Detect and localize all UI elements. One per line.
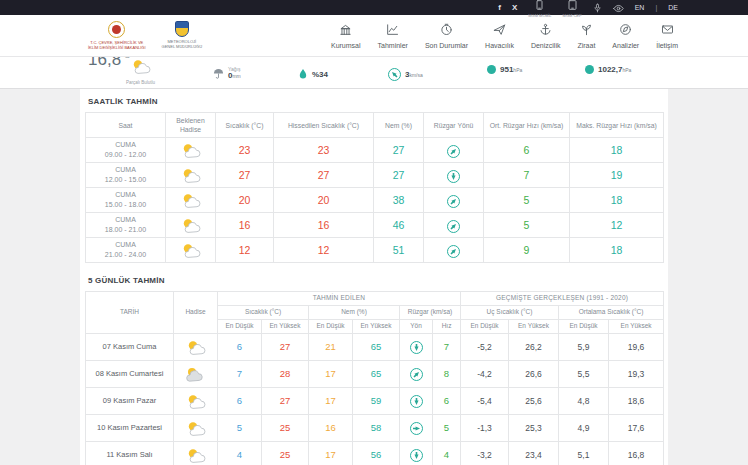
daily-cell-extreme-max: 26,6 <box>509 360 559 387</box>
daily-cell-wind-direction <box>400 441 433 465</box>
hourly-cell-feels-like: 16 <box>274 213 374 238</box>
daily-cell-temp-min: 5 <box>218 414 262 441</box>
nav-item-i-leti-im[interactable]: İletişim <box>656 22 678 49</box>
twitter-link[interactable]: X <box>512 4 517 12</box>
hourly-cell-wind-direction <box>424 238 484 263</box>
daily-row: 11 Kasım Salı42517564-3,223,45,116,8 <box>86 441 664 465</box>
mgm-cep-link[interactable]: MGM CEP <box>563 0 582 18</box>
daily-cell-humidity-min: 17 <box>309 441 353 465</box>
daily-cell-wind-speed: 8 <box>433 360 461 387</box>
hourly-cell-avg-wind: 5 <box>484 188 570 213</box>
hourly-cell-feels-like: 27 <box>274 163 374 188</box>
hourly-cell-condition <box>166 238 216 263</box>
building-icon <box>339 22 352 40</box>
hourly-cell-condition <box>166 188 216 213</box>
current-condition-label: Parçalı Bulutlu <box>126 80 155 85</box>
hourly-row: CUMA09.00 - 12.00232327618 <box>86 138 664 163</box>
wind-direction-icon <box>410 422 423 435</box>
ministry-logo-caption: T.C. ÇEVRE, ŞEHİRCİLİK VE İKLİM DEĞİŞİKL… <box>88 40 146 50</box>
nav-item-kurumsal[interactable]: Kurumsal <box>331 22 361 49</box>
daily-minmax-header: En Düşük <box>559 319 609 333</box>
hourly-cell-condition <box>166 213 216 238</box>
daily-cell-avg-max: 18,6 <box>609 387 664 414</box>
nav-item-label: Ziraat <box>577 42 595 49</box>
hourly-cell-feels-like: 20 <box>274 188 374 213</box>
daily-cell-temp-max: 25 <box>262 441 309 465</box>
daily-cell-temp-max: 27 <box>262 333 309 360</box>
nav-item-denizcilik[interactable]: Denizcilik <box>531 22 561 49</box>
lang-de-link[interactable]: DE <box>668 4 678 11</box>
hourly-cell-avg-wind: 9 <box>484 238 570 263</box>
nav-item-label: Denizcilik <box>531 42 561 49</box>
hourly-cell-temp: 12 <box>216 238 274 263</box>
daily-cell-avg-max: 19,3 <box>609 360 664 387</box>
hourly-cell-temp: 20 <box>216 188 274 213</box>
daily-cell-avg-max: 17,6 <box>609 414 664 441</box>
daily-cell-wind-direction <box>400 414 433 441</box>
hourly-cell-time: CUMA12.00 - 15.00 <box>86 163 166 188</box>
lang-separator: | <box>655 4 657 11</box>
nav-item-havac-l-k[interactable]: Havacılık <box>485 22 514 49</box>
wind-direction-icon <box>447 145 460 158</box>
nav-item-analizler[interactable]: Analizler <box>612 22 639 49</box>
partly-cloudy-icon <box>184 420 208 437</box>
daily-group-forecast-header: TAHMİN EDİLEN <box>218 292 461 306</box>
current-temp-value: 16,8 <box>88 57 121 69</box>
anchor-icon <box>539 22 552 40</box>
wind-direction-icon <box>410 395 423 408</box>
daily-cell-extreme-min: -5,2 <box>461 333 509 360</box>
mgm-mobil-link[interactable]: MGM MOBİL <box>528 0 551 18</box>
nav-item-tahminler[interactable]: Tahminler <box>378 22 408 49</box>
daily-cell-humidity-min: 21 <box>309 333 353 360</box>
daily-cell-condition <box>174 414 218 441</box>
daily-minmax-header: En Düşük <box>218 319 262 333</box>
mgm-logo[interactable]: METEOROLOJİ GENEL MÜDÜRLÜĞÜ <box>162 21 203 49</box>
nav-item-label: Analizler <box>612 42 639 49</box>
microphone-icon[interactable] <box>593 0 602 17</box>
hourly-cell-humidity: 38 <box>374 188 424 213</box>
partly-cloudy-icon <box>179 192 203 209</box>
ministry-logo[interactable]: T.C. ÇEVRE, ŞEHİRCİLİK VE İKLİM DEĞİŞİKL… <box>88 21 146 50</box>
daily-cell-wind-speed: 5 <box>433 414 461 441</box>
wind-direction-icon <box>447 170 460 183</box>
daily-cell-wind-speed: 7 <box>433 333 461 360</box>
hourly-column-header: Sıcaklık (°C) <box>216 113 274 138</box>
nav-item-son-durumlar[interactable]: Son Durumlar <box>425 22 468 49</box>
daily-cell-extreme-max: 25,3 <box>509 414 559 441</box>
daily-group-past-header: GEÇMİŞTE GERÇEKLEŞEN (1991 - 2020) <box>461 292 664 306</box>
daily-cell-date: 08 Kasım Cumartesi <box>86 360 174 387</box>
wind-direction-icon <box>447 245 460 258</box>
hourly-cell-humidity: 51 <box>374 238 424 263</box>
daily-cell-extreme-max: 25,6 <box>509 387 559 414</box>
daily-cell-avg-max: 16,8 <box>609 441 664 465</box>
daily-cell-extreme-min: -3,2 <box>461 441 509 465</box>
hourly-cell-humidity: 27 <box>374 138 424 163</box>
hourly-cell-temp: 16 <box>216 213 274 238</box>
daily-row: 08 Kasım Cumartesi72817658-4,226,65,519,… <box>86 360 664 387</box>
mgm-shield-icon <box>175 21 189 37</box>
lang-en-link[interactable]: EN <box>635 4 645 11</box>
hourly-column-header: Hissedilen Sıcaklık (°C) <box>274 113 374 138</box>
daily-cell-humidity-min: 17 <box>309 360 353 387</box>
hourly-column-header: Ort. Rüzgar Hızı (km/sa) <box>484 113 570 138</box>
mail-icon <box>661 22 674 40</box>
sea-level-pressure-unit: hPa <box>622 67 631 73</box>
hourly-forecast-table: SaatBeklenen HadiseSıcaklık (°C)Hissedil… <box>85 112 664 263</box>
hourly-column-header: Nem (%) <box>374 113 424 138</box>
nav-item-ziraat[interactable]: Ziraat <box>577 22 595 49</box>
daily-minmax-header: En Yüksek <box>353 319 400 333</box>
daily-cell-wind-speed: 6 <box>433 387 461 414</box>
mgm-mobil-label: MGM MOBİL <box>528 14 551 18</box>
daily-cell-avg-min: 5,5 <box>559 360 609 387</box>
daily-cell-date: 11 Kasım Salı <box>86 441 174 465</box>
daily-cell-temp-min: 4 <box>218 441 262 465</box>
mgm-logo-line2: GENEL MÜDÜRLÜĞÜ <box>162 44 203 49</box>
hourly-cell-time: CUMA15.00 - 18.00 <box>86 188 166 213</box>
facebook-link[interactable]: f <box>498 4 501 12</box>
partly-cloudy-icon <box>129 58 153 79</box>
daily-header-group-row: TARİHHadiseTAHMİN EDİLENGEÇMİŞTE GERÇEKL… <box>86 292 664 306</box>
pressure-item: 951hPa <box>487 65 522 74</box>
pressure-unit: hPa <box>513 67 522 73</box>
hourly-cell-humidity: 46 <box>374 213 424 238</box>
eye-icon[interactable] <box>613 0 624 17</box>
